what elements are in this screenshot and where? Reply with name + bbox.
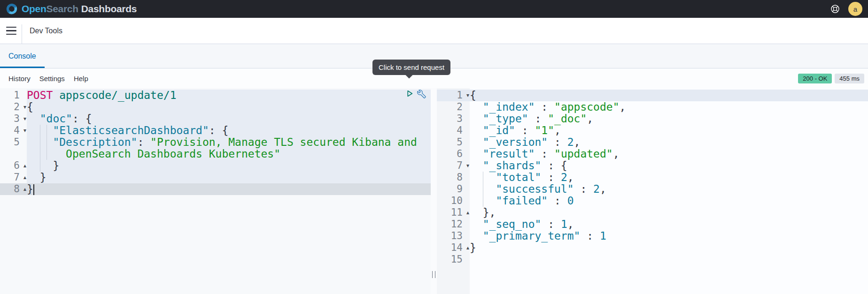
line-gutter: 5: [437, 136, 470, 148]
console-menu-item-help[interactable]: Help: [74, 75, 88, 83]
request-editor[interactable]: 1POST appscode/_update/12▾{3▾ "doc": {4▾…: [0, 88, 431, 294]
text-cursor: [33, 184, 34, 195]
line-gutter: 9: [437, 183, 470, 195]
indent-guide: [46, 136, 47, 148]
request-line[interactable]: 2▾{: [0, 101, 431, 113]
request-line[interactable]: 3▾ "doc": {: [0, 113, 431, 125]
response-line[interactable]: 2 "_index" : "appscode",: [437, 101, 868, 113]
console-menu: HistorySettingsHelp: [8, 75, 88, 83]
response-line[interactable]: 14▴}: [437, 242, 868, 254]
fold-toggle-icon[interactable]: ▾: [23, 125, 26, 136]
line-gutter: 7▴: [0, 172, 27, 183]
tab-console[interactable]: Console: [0, 44, 45, 68]
request-line[interactable]: 8▴}: [0, 183, 431, 195]
line-gutter: 8: [437, 172, 470, 183]
help-lifebuoy-icon: [830, 4, 840, 14]
request-line[interactable]: 7▴ }: [0, 172, 431, 183]
request-options-button[interactable]: [417, 90, 426, 98]
breadcrumb: Dev Tools: [30, 27, 62, 35]
line-gutter: 12: [437, 219, 470, 230]
line-gutter: 15: [437, 254, 470, 265]
response-line[interactable]: 13 "_primary_term" : 1: [437, 230, 868, 242]
wrench-icon: [417, 90, 426, 98]
user-avatar[interactable]: a: [848, 2, 862, 16]
line-gutter: 1: [0, 90, 27, 101]
response-line[interactable]: 1▾{: [437, 90, 868, 101]
line-gutter: 7▾: [437, 160, 470, 172]
request-line[interactable]: OpenSearch Dashboards Kubernetes": [0, 148, 431, 160]
fold-toggle-icon[interactable]: ▴: [466, 242, 469, 254]
response-line[interactable]: 9 "successful" : 2,: [437, 183, 868, 195]
indent-guide: [46, 148, 47, 160]
line-gutter: 6: [437, 148, 470, 160]
request-line[interactable]: 1POST appscode/_update/1: [0, 90, 431, 101]
help-button[interactable]: [830, 4, 840, 14]
response-line[interactable]: 12 "_seq_no" : 1,: [437, 219, 868, 230]
line-gutter: [0, 148, 27, 160]
fold-toggle-icon[interactable]: ▴: [466, 207, 469, 219]
play-icon: [406, 90, 414, 98]
fold-toggle-icon[interactable]: ▴: [23, 172, 26, 183]
indent-guide: [40, 160, 40, 172]
fold-toggle-icon[interactable]: ▴: [23, 183, 26, 195]
panel-splitter[interactable]: [431, 88, 437, 294]
line-gutter: 2: [437, 101, 470, 113]
line-gutter: 10: [437, 195, 470, 207]
request-line[interactable]: 5 "Description": "Provision, Manage TLS …: [0, 136, 431, 148]
send-request-tooltip: Click to send request: [372, 60, 450, 75]
status-badge: 200 - OK: [798, 74, 832, 83]
brand-text: OpenSearchDashboards: [22, 3, 137, 15]
fold-toggle-icon[interactable]: ▾: [23, 101, 26, 113]
console-menu-item-settings[interactable]: Settings: [39, 75, 65, 83]
response-line[interactable]: 15: [437, 254, 868, 265]
request-line[interactable]: 4▾ "ElasticsearchDashboard": {: [0, 125, 431, 136]
indent-guide: [40, 125, 40, 136]
line-gutter: 6▴: [0, 160, 27, 172]
indent-guide: [40, 136, 40, 148]
response-line[interactable]: 11▴ },: [437, 207, 868, 219]
response-line[interactable]: 6 "result" : "updated",: [437, 148, 868, 160]
send-request-button[interactable]: [406, 90, 414, 98]
response-line[interactable]: 7▾ "_shards" : {: [437, 160, 868, 172]
line-gutter: 5: [0, 136, 27, 148]
console-menu-item-history[interactable]: History: [8, 75, 31, 83]
indent-guide: [483, 172, 483, 183]
response-time-badge: 455 ms: [835, 74, 864, 83]
line-gutter: 13: [437, 230, 470, 242]
request-line[interactable]: 6▴ }: [0, 160, 431, 172]
indent-guide: [46, 125, 47, 136]
line-gutter: 3: [437, 113, 470, 125]
fold-toggle-icon[interactable]: ▾: [466, 90, 469, 101]
opensearch-logo-icon: [6, 3, 18, 15]
line-gutter: 1▾: [437, 90, 470, 101]
console-workspace: 1POST appscode/_update/12▾{3▾ "doc": {4▾…: [0, 88, 868, 294]
indent-guide: [483, 195, 483, 207]
nav-divider: [22, 24, 22, 44]
menu-button[interactable]: [0, 18, 22, 44]
indent-guide: [483, 183, 483, 195]
response-line[interactable]: 5 "_version" : 2,: [437, 136, 868, 148]
line-gutter: 3▾: [0, 113, 27, 125]
hamburger-icon: [6, 27, 16, 28]
line-gutter: 8▴: [0, 183, 27, 195]
response-line[interactable]: 10 "failed" : 0: [437, 195, 868, 207]
panel-resize-handle[interactable]: [432, 271, 435, 278]
line-gutter: 11▴: [437, 207, 470, 219]
response-line[interactable]: 8 "total" : 2,: [437, 172, 868, 183]
line-gutter: 4: [437, 125, 470, 136]
fold-toggle-icon[interactable]: ▾: [466, 160, 469, 172]
fold-toggle-icon[interactable]: ▾: [23, 113, 26, 125]
line-gutter: 4▾: [0, 125, 27, 136]
indent-guide: [40, 148, 40, 160]
app-header: OpenSearchDashboards a: [0, 0, 868, 18]
response-viewer[interactable]: 1▾{2 "_index" : "appscode",3 "_type" : "…: [437, 88, 868, 294]
response-line[interactable]: 3 "_type" : "_doc",: [437, 113, 868, 125]
line-gutter: 2▾: [0, 101, 27, 113]
line-gutter: 14▴: [437, 242, 470, 254]
fold-toggle-icon[interactable]: ▴: [23, 160, 26, 172]
nav-bar: Dev Tools: [0, 18, 868, 44]
opensearch-logo[interactable]: OpenSearchDashboards: [6, 3, 137, 15]
response-line[interactable]: 4 "_id" : "1",: [437, 125, 868, 136]
